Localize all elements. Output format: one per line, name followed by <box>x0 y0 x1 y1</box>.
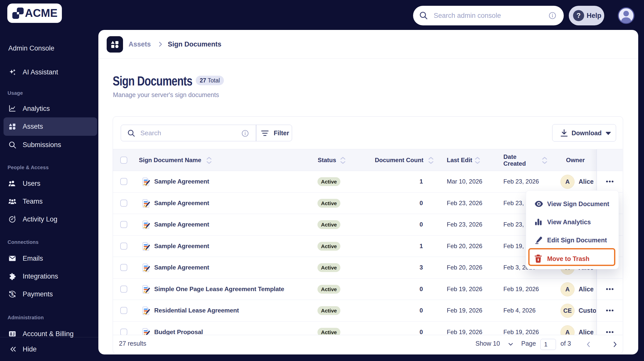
svg-text:$: $ <box>11 292 14 296</box>
